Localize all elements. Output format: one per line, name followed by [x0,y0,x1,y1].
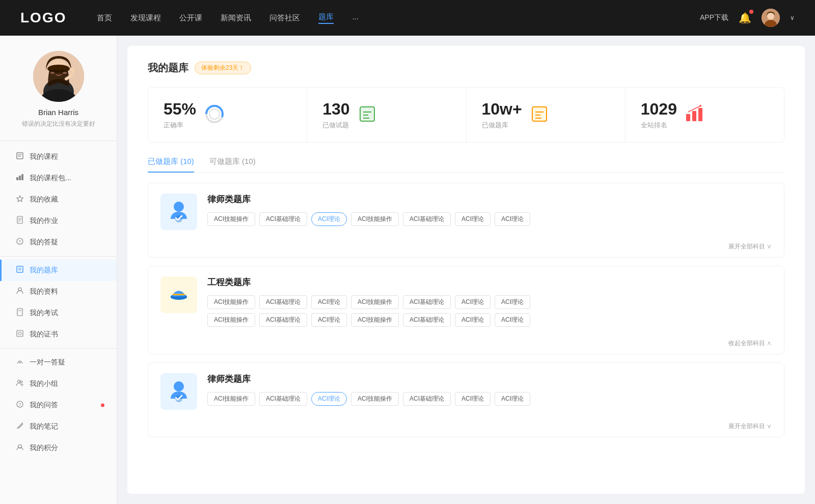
tag-3-6[interactable]: ACI理论 [455,392,491,406]
tag-2-4[interactable]: ACI技能操作 [351,295,399,309]
qa-red-dot [101,404,104,407]
sidebar-item-my-qa[interactable]: ? 我的问答 [0,395,117,416]
profile-icon [15,287,24,297]
qbank-header-2: 工程类题库 ACI技能操作 ACI基础理论 ACI理论 ACI技能操作 ACI基… [148,266,784,337]
user-dropdown-arrow[interactable]: ∨ [790,14,795,21]
tag-1-2[interactable]: ACI基础理论 [259,212,307,226]
tag-2-11[interactable]: ACI技能操作 [351,313,399,327]
qbank-card-1: 律师类题库 ACI技能操作 ACI基础理论 ACI理论 ACI技能操作 ACI基… [148,183,784,258]
tag-1-1[interactable]: ACI技能操作 [207,212,255,226]
sidebar-item-notes[interactable]: 我的笔记 [0,416,117,437]
rank-icon [685,105,703,125]
app-download-link[interactable]: APP下载 [700,13,728,22]
stat-done-questions-label: 已做试题 [322,121,349,130]
tag-3-2[interactable]: ACI基础理论 [259,392,307,406]
sidebar-item-tutor[interactable]: 一对一答疑 [0,352,117,373]
tag-1-4[interactable]: ACI技能操作 [351,212,399,226]
nav-open-course[interactable]: 公开课 [179,13,202,23]
expand-link-2[interactable]: 收起全部科目 ∧ [148,337,784,354]
sidebar-item-homework[interactable]: 我的作业 [0,210,117,232]
expand-link-1[interactable]: 展开全部科目 ∨ [148,240,784,257]
certificate-icon [15,329,24,340]
tag-2-8[interactable]: ACI技能操作 [207,313,255,327]
notification-bell[interactable]: 🔔 [739,12,751,24]
tag-3-3[interactable]: ACI理论 [311,392,347,406]
tab-done[interactable]: 已做题库 (10) [148,157,194,173]
svg-point-27 [18,288,21,291]
svg-rect-28 [17,309,22,316]
sidebar-item-group[interactable]: 我的小组 [0,373,117,395]
qbank-title-3: 律师类题库 [207,373,772,385]
page-wrapper: Brian Harris 错误的决定比没有决定要好 我的课程 我的课程包... [0,36,815,504]
tag-2-1[interactable]: ACI技能操作 [207,295,255,309]
tag-3-5[interactable]: ACI基础理论 [403,392,451,406]
profile-section: Brian Harris 错误的决定比没有决定要好 [0,51,117,141]
tag-1-7[interactable]: ACI理论 [495,212,530,226]
tab-todo[interactable]: 可做题库 (10) [209,157,256,173]
user-avatar-nav[interactable] [762,9,780,27]
expand-link-3[interactable]: 展开全部科目 ∨ [148,420,784,437]
qbank-icon-lawyer-3 [160,373,197,410]
svg-rect-24 [17,266,23,272]
sidebar-item-my-courses[interactable]: 我的课程 [0,146,117,167]
tag-2-7[interactable]: ACI理论 [495,295,530,309]
tag-2-14[interactable]: ACI理论 [495,313,530,327]
sidebar-item-qa[interactable]: ? 我的答疑 [0,232,117,253]
sidebar-item-profile[interactable]: 我的资料 [0,281,117,302]
stat-done-banks-value: 10w+ [482,100,522,119]
nav-more[interactable]: ··· [352,14,359,22]
tag-2-12[interactable]: ACI基础理论 [403,313,451,327]
sidebar-item-qbank[interactable]: 我的题库 [0,260,117,281]
nav-qa[interactable]: 问答社区 [269,13,300,23]
qbank-tags-row1-1: ACI技能操作 ACI基础理论 ACI理论 ACI技能操作 ACI基础理论 AC… [207,212,772,226]
notification-badge [749,10,753,14]
qbank-tags-row2-2: ACI技能操作 ACI基础理论 ACI理论 ACI技能操作 ACI基础理论 AC… [207,313,772,327]
tag-2-9[interactable]: ACI基础理论 [259,313,307,327]
tag-2-5[interactable]: ACI基础理论 [403,295,451,309]
svg-point-9 [50,72,55,74]
svg-rect-16 [19,176,21,180]
tag-2-13[interactable]: ACI理论 [455,313,491,327]
course-package-icon [15,173,24,183]
qbank-content-2: 工程类题库 ACI技能操作 ACI基础理论 ACI理论 ACI技能操作 ACI基… [207,276,772,327]
tag-1-3[interactable]: ACI理论 [311,212,347,226]
tutor-icon [15,357,24,368]
nav-home[interactable]: 首页 [97,13,112,23]
svg-text:?: ? [18,239,21,244]
svg-point-34 [20,381,22,383]
sidebar-item-certificate[interactable]: 我的证书 [0,324,117,345]
nav-qbank[interactable]: 题库 [318,12,334,24]
tag-2-3[interactable]: ACI理论 [311,295,347,309]
tag-3-7[interactable]: ACI理论 [495,392,530,406]
sidebar-item-course-package[interactable]: 我的课程包... [0,167,117,189]
tag-1-5[interactable]: ACI基础理论 [403,212,451,226]
stat-rank: 1029 全站排名 [626,88,784,142]
stat-accuracy-label: 正确率 [164,121,196,130]
sidebar-item-exam[interactable]: 我的考试 [0,302,117,324]
accuracy-chart-icon [204,104,225,126]
done-banks-icon [530,105,549,125]
tag-2-2[interactable]: ACI基础理论 [259,295,307,309]
sidebar-label-homework: 我的作业 [30,216,58,226]
svg-point-7 [53,69,56,72]
sidebar-item-points[interactable]: 我的积分 [0,437,117,459]
tag-2-6[interactable]: ACI理论 [455,295,491,309]
qbank-header-1: 律师类题库 ACI技能操作 ACI基础理论 ACI理论 ACI技能操作 ACI基… [148,183,784,240]
tag-2-10[interactable]: ACI理论 [311,313,347,327]
nav-news[interactable]: 新闻资讯 [221,13,251,23]
sidebar-item-favorites[interactable]: 我的收藏 [0,189,117,210]
qbank-icon-engineer [160,276,197,313]
tab-bar: 已做题库 (10) 可做题库 (10) [148,157,784,173]
svg-rect-30 [17,330,23,337]
sidebar-label-group: 我的小组 [30,379,58,388]
sidebar-divider-2 [0,348,117,349]
tag-3-1[interactable]: ACI技能操作 [207,392,255,406]
group-icon [15,379,24,389]
nav-discover[interactable]: 发现课程 [130,13,161,23]
sidebar-label-course-package: 我的课程包... [30,174,71,183]
tag-3-4[interactable]: ACI技能操作 [351,392,399,406]
tag-1-6[interactable]: ACI理论 [455,212,491,226]
svg-point-54 [699,105,701,107]
trial-badge: 体验剩余23天！ [195,62,251,74]
svg-rect-52 [692,111,696,121]
